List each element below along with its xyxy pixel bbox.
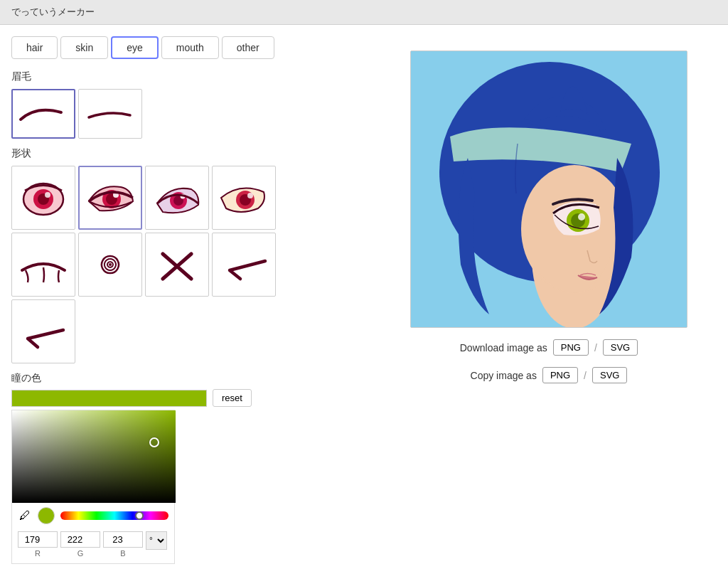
eyedropper-button[interactable]: 🖊 (18, 508, 32, 523)
brow-option-2[interactable] (78, 89, 142, 139)
r-label: R (35, 549, 41, 558)
brow-icon-2 (82, 92, 139, 135)
eye-icon-5 (15, 243, 72, 286)
copy-row: Copy image as PNG / SVG (471, 367, 628, 383)
eye-option-4[interactable] (212, 166, 276, 230)
color-picker-box: 🖊 R G (11, 410, 175, 564)
copy-separator: / (584, 370, 587, 381)
saturation-picker[interactable] (12, 410, 176, 503)
color-section: 瞳の色 reset 🖊 (11, 372, 367, 564)
brow-icon-1 (15, 92, 72, 135)
eye-option-2[interactable] (78, 166, 142, 230)
picker-controls: 🖊 (12, 503, 174, 528)
g-input[interactable] (60, 531, 100, 548)
copy-svg-button[interactable]: SVG (592, 367, 627, 383)
eye-option-7[interactable] (145, 233, 209, 297)
hue-cursor (135, 511, 144, 520)
color-preview-bar (11, 390, 207, 407)
b-input[interactable] (103, 531, 143, 548)
eye-shape-row1 (11, 166, 367, 230)
app-title: でっていうメーカー (11, 6, 95, 17)
eye-shape-row3 (11, 299, 367, 363)
svg-point-12 (247, 193, 253, 198)
reset-button[interactable]: reset (213, 389, 252, 407)
current-color-dot (38, 507, 55, 524)
svg-point-22 (578, 213, 585, 220)
brow-option-1[interactable] (11, 89, 75, 139)
shape-label: 形状 (11, 147, 367, 160)
saturation-cursor (149, 437, 159, 447)
eye-option-5[interactable] (11, 233, 75, 297)
left-panel: hair skin eye mouth other 眉毛 形状 (11, 36, 367, 564)
download-row: Download image as PNG / SVG (460, 339, 638, 356)
svg-point-3 (45, 192, 50, 198)
r-input-group: R (18, 531, 58, 558)
svg-point-13 (109, 263, 112, 266)
tab-bar: hair skin eye mouth other (11, 36, 367, 59)
eye-option-9[interactable] (11, 299, 75, 363)
tab-hair[interactable]: hair (11, 36, 58, 59)
g-label: G (77, 549, 84, 558)
color-preview-row: reset (11, 389, 367, 407)
eye-option-6[interactable] (78, 233, 142, 297)
copy-png-button[interactable]: PNG (542, 367, 578, 383)
eye-icon-7 (149, 243, 205, 286)
tab-other[interactable]: other (222, 36, 274, 59)
eyebrow-label: 眉毛 (11, 70, 367, 83)
download-label: Download image as (460, 342, 547, 353)
pupil-color-label: 瞳の色 (11, 372, 367, 385)
tab-mouth[interactable]: mouth (161, 36, 219, 59)
r-input[interactable] (18, 531, 58, 548)
tab-skin[interactable]: skin (60, 36, 108, 59)
b-input-group: B (103, 531, 143, 558)
eye-icon-4 (215, 176, 272, 219)
eye-icon-6 (82, 243, 139, 286)
character-preview (410, 50, 687, 328)
eye-icon-3 (149, 176, 205, 219)
eye-icon-9 (15, 310, 72, 353)
tab-eye[interactable]: eye (111, 36, 159, 59)
eye-icon-2 (82, 176, 139, 219)
color-format-select[interactable]: ° (146, 531, 167, 550)
copy-label: Copy image as (471, 370, 537, 381)
eye-icon-1 (15, 176, 72, 219)
b-label: B (120, 549, 125, 558)
eye-option-3[interactable] (145, 166, 209, 230)
eye-option-1[interactable] (11, 166, 75, 230)
eyebrow-options (11, 89, 367, 139)
hue-slider[interactable] (60, 511, 168, 520)
rgb-inputs: R G B ° (12, 528, 174, 563)
g-input-group: G (60, 531, 100, 558)
eyedropper-icon: 🖊 (19, 509, 31, 521)
right-panel: Download image as PNG / SVG Copy image a… (381, 36, 717, 564)
download-separator: / (594, 342, 597, 353)
eye-icon-8 (215, 243, 272, 286)
eye-option-8[interactable] (212, 233, 276, 297)
download-svg-button[interactable]: SVG (603, 339, 638, 356)
download-png-button[interactable]: PNG (553, 339, 589, 356)
character-svg (411, 51, 687, 328)
format-input-group: ° (146, 531, 167, 558)
eye-shape-row2 (11, 233, 367, 297)
